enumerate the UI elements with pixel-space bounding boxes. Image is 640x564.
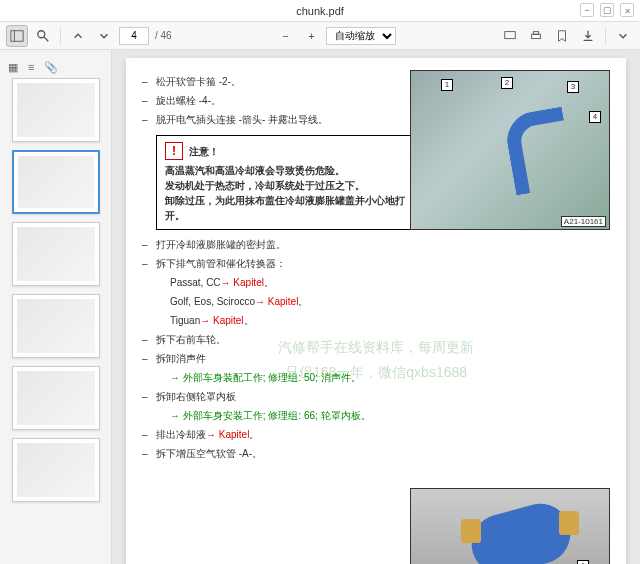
warning-title: 注意！ [189, 144, 219, 159]
attachments-icon[interactable]: 📎 [44, 61, 58, 74]
callout-1: 1 [441, 79, 453, 91]
thumbnail-sidebar: ▦ ≡ 📎 [0, 50, 112, 564]
window-controls: − ▢ ⨉ [580, 3, 634, 17]
sidebar-toggle-button[interactable] [6, 25, 28, 47]
warning-line: 高温蒸汽和高温冷却液会导致烫伤危险。 [165, 165, 345, 176]
thumbnails-icon[interactable]: ▦ [8, 61, 18, 74]
find-button[interactable] [32, 25, 54, 47]
warning-box: !注意！ 高温蒸汽和高温冷却液会导致烫伤危险。 发动机处于热态时，冷却系统处于过… [156, 135, 416, 230]
callout-a: A [577, 560, 589, 564]
zoom-select[interactable]: 自动缩放 [326, 27, 396, 45]
step-text: 拆下右前车轮。 [156, 333, 226, 347]
figure-hose: A [410, 488, 610, 564]
tools-button[interactable] [612, 25, 634, 47]
step-text: 拆卸右侧轮罩内板 [156, 390, 236, 404]
warning-line: 发动机处于热态时，冷却系统处于过压之下。 [165, 180, 365, 191]
doc-title: chunk.pdf [296, 5, 344, 17]
thumbnail[interactable] [12, 150, 100, 214]
model-text: Tiguan [170, 314, 200, 328]
svg-rect-5 [532, 34, 541, 38]
repair-link[interactable]: → 外部车身装配工作; 修理组: 50; 消声件 [170, 371, 351, 385]
step-text: 拆卸消声件 [156, 352, 206, 366]
print-button[interactable] [525, 25, 547, 47]
page-down-button[interactable] [93, 25, 115, 47]
zoom-out-button[interactable]: − [274, 25, 296, 47]
minimize-button[interactable]: − [580, 3, 594, 17]
kapitel-link[interactable]: → Kapitel [221, 276, 264, 290]
zoom-in-button[interactable]: + [300, 25, 322, 47]
svg-rect-6 [533, 31, 538, 34]
thumbnail[interactable] [12, 366, 100, 430]
callout-4: 4 [589, 111, 601, 123]
maximize-button[interactable]: ▢ [600, 3, 614, 17]
step-text: 脱开电气插头连接 -箭头- 并露出导线。 [156, 113, 328, 127]
repair-link[interactable]: → 外部车身安装工作; 修理组: 66; 轮罩内板 [170, 409, 361, 423]
kapitel-link[interactable]: → Kapitel [200, 314, 243, 328]
step-text: 打开冷却液膨胀罐的密封盖。 [156, 238, 286, 252]
callout-3: 3 [567, 81, 579, 93]
pdf-page: 1 2 3 4 –松开软管卡箍 -2-。 –旋出螺栓 -4-。 –脱开电气插头连… [126, 58, 626, 564]
step-text: 排出冷却液 [156, 428, 206, 442]
step-text: 拆下排气前管和催化转换器： [156, 257, 286, 271]
svg-rect-0 [11, 30, 23, 41]
step-text: 拆下增压空气软管 -A-。 [156, 447, 262, 461]
presentation-button[interactable] [499, 25, 521, 47]
warning-icon: ! [165, 142, 183, 160]
svg-point-2 [38, 30, 45, 37]
kapitel-link[interactable]: → Kapitel [255, 295, 298, 309]
thumbnail[interactable] [12, 222, 100, 286]
warning-line: 卸除过压，为此用抹布盖住冷却液膨胀罐盖并小心地打开。 [165, 195, 405, 221]
outline-icon[interactable]: ≡ [28, 61, 34, 73]
model-text: Golf, Eos, Scirocco [170, 295, 255, 309]
title-bar: chunk.pdf − ▢ ⨉ [0, 0, 640, 22]
svg-line-3 [44, 36, 48, 40]
page-input[interactable] [119, 27, 149, 45]
thumbnail[interactable] [12, 78, 100, 142]
callout-2: 2 [501, 77, 513, 89]
sidebar-header: ▦ ≡ 📎 [0, 56, 111, 78]
bookmark-button[interactable] [551, 25, 573, 47]
model-text: Passat, CC [170, 276, 221, 290]
toolbar: / 46 − + 自动缩放 [0, 22, 640, 50]
step-text: 旋出螺栓 -4-。 [156, 94, 221, 108]
thumbnail[interactable] [12, 438, 100, 502]
figure-engine: 1 2 3 4 [410, 70, 610, 230]
page-up-button[interactable] [67, 25, 89, 47]
page-viewport[interactable]: 1 2 3 4 –松开软管卡箍 -2-。 –旋出螺栓 -4-。 –脱开电气插头连… [112, 50, 640, 564]
close-button[interactable]: ⨉ [620, 3, 634, 17]
svg-rect-4 [505, 31, 516, 38]
page-total: / 46 [155, 30, 172, 41]
download-button[interactable] [577, 25, 599, 47]
step-text: 松开软管卡箍 -2-。 [156, 75, 241, 89]
kapitel-link[interactable]: → Kapitel [206, 428, 249, 442]
thumbnail[interactable] [12, 294, 100, 358]
